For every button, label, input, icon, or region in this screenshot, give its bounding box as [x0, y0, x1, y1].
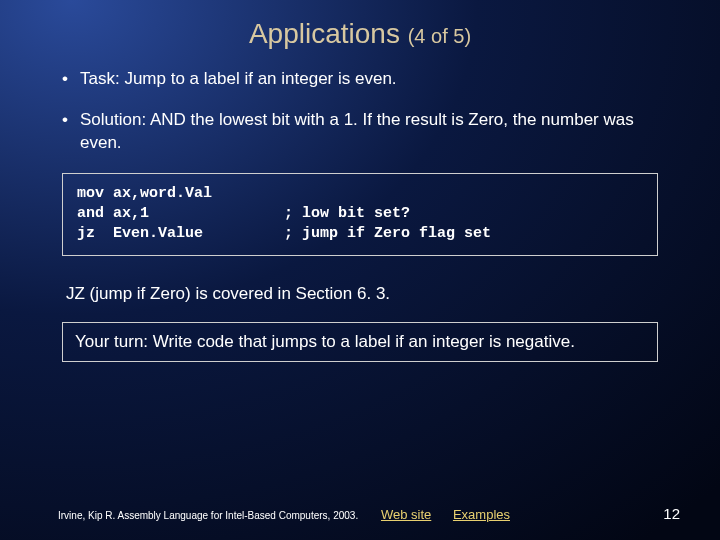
link-examples[interactable]: Examples [453, 507, 510, 522]
bullet-item: Solution: AND the lowest bit with a 1. I… [58, 109, 662, 155]
title-main: Applications [249, 18, 400, 49]
slide-content: Task: Jump to a label if an integer is e… [0, 68, 720, 362]
note-text: JZ (jump if Zero) is covered in Section … [66, 284, 654, 304]
code-block: mov ax,word.Val and ax,1 ; low bit set? … [62, 173, 658, 256]
bullet-item: Task: Jump to a label if an integer is e… [58, 68, 662, 91]
footer-credit: Irvine, Kip R. Assembly Language for Int… [58, 510, 358, 521]
page-number: 12 [663, 505, 680, 522]
title-sub: (4 of 5) [408, 25, 471, 47]
slide-title: Applications (4 of 5) [0, 0, 720, 50]
link-website[interactable]: Web site [381, 507, 431, 522]
footer: Irvine, Kip R. Assembly Language for Int… [58, 507, 680, 522]
bullet-list: Task: Jump to a label if an integer is e… [58, 68, 662, 155]
yourturn-box: Your turn: Write code that jumps to a la… [62, 322, 658, 362]
footer-links: Web site Examples [381, 507, 528, 522]
